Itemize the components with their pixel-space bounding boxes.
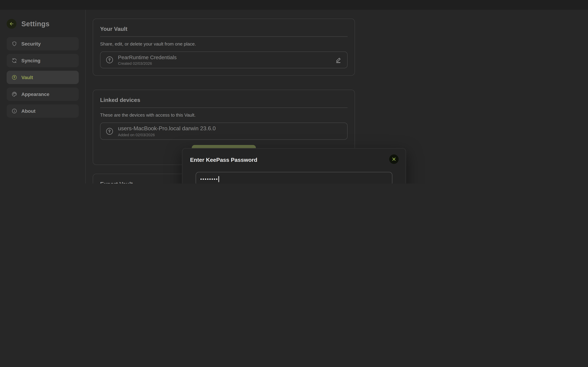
key-circle-icon [105,127,114,135]
device-row: users-MacBook-Pro.local darwin 23.6.0 Ad… [100,123,348,140]
shield-icon [12,41,17,47]
settings-sidebar: Settings Security Syncing Vault [0,10,86,184]
sidebar-item-appearance[interactable]: Appearance [7,88,79,101]
vault-name: PearRuntime Credentials [118,54,330,60]
card-title: Your Vault [100,26,348,32]
edit-vault-button[interactable] [335,56,342,64]
sidebar-item-label: Security [21,41,41,47]
sidebar-item-label: Syncing [21,58,41,63]
app-window: Settings Security Syncing Vault [0,0,588,184]
password-masked-value: •••••••• [200,176,218,181]
sync-icon [12,58,17,63]
device-added-date: Added on 02/03/2026 [118,133,342,137]
pencil-edit-icon [335,56,342,64]
key-circle-icon [12,75,17,80]
sidebar-header: Settings [7,19,79,29]
page-title: Settings [21,20,49,28]
password-input[interactable]: •••••••• [196,172,392,184]
device-name: users-MacBook-Pro.local darwin 23.6.0 [118,125,342,132]
divider [100,36,348,37]
sidebar-item-security[interactable]: Security [7,37,79,50]
window-titlebar [0,0,588,10]
back-button[interactable] [7,19,16,29]
vault-created-date: Created 02/03/2026 [118,61,330,66]
card-description: Share, edit, or delete your vault from o… [100,41,348,47]
divider [100,108,348,108]
info-icon [12,108,17,114]
sidebar-item-label: About [21,108,35,114]
sidebar-item-about[interactable]: About [7,104,79,118]
arrow-left-icon [9,21,14,27]
sidebar-item-vault[interactable]: Vault [7,71,79,84]
close-icon [392,157,396,161]
sidebar-item-syncing[interactable]: Syncing [7,54,79,67]
vault-row: PearRuntime Credentials Created 02/03/20… [100,51,348,68]
card-title: Linked devices [100,97,348,103]
card-description: These are the devices with access to thi… [100,112,348,118]
close-dialog-button[interactable] [389,154,399,164]
sidebar-item-label: Vault [21,75,33,80]
keepass-password-dialog: Enter KeePass Password •••••••• Unlock &… [182,148,406,184]
palette-icon [12,92,17,97]
dialog-title: Enter KeePass Password [190,157,398,163]
your-vault-card: Your Vault Share, edit, or delete your v… [93,18,355,76]
sidebar-item-label: Appearance [21,92,49,97]
key-circle-icon [105,56,114,64]
text-cursor [218,176,219,182]
